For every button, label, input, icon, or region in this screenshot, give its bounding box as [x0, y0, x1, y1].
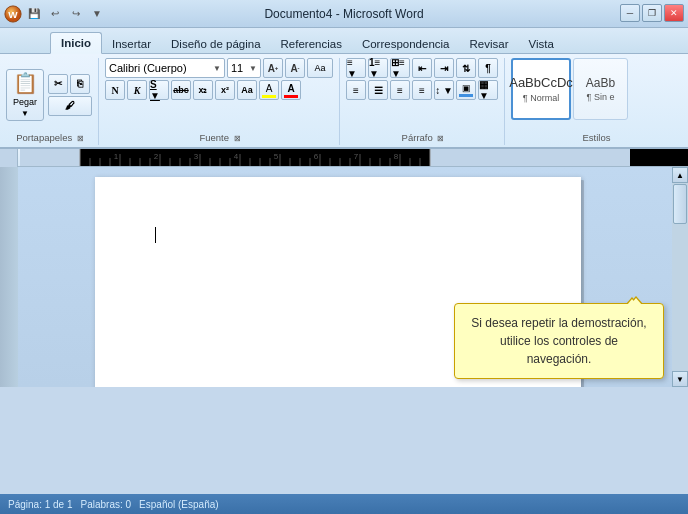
- text-cursor: [155, 227, 156, 243]
- title-bar: W 💾 ↩ ↪ ▼ Documento4 - Microsoft Word ─ …: [0, 0, 688, 28]
- window-title: Documento4 - Microsoft Word: [264, 7, 423, 21]
- bold-button[interactable]: N: [105, 80, 125, 100]
- minimize-button[interactable]: ─: [620, 4, 640, 22]
- restore-button[interactable]: ❐: [642, 4, 662, 22]
- group-clipboard: 📋 Pegar ▼ ✂ ⎘ 🖌 Portapapeles ⊠: [2, 58, 99, 145]
- bullets-btn[interactable]: ≡ ▼: [346, 58, 366, 78]
- paste-dropdown[interactable]: ▼: [21, 109, 29, 118]
- tab-diseno[interactable]: Diseño de página: [161, 34, 271, 53]
- underline-button[interactable]: S ▼: [149, 80, 169, 100]
- style-normal-preview: AaBbCcDc: [509, 75, 573, 91]
- ruler-corner[interactable]: [0, 149, 18, 167]
- tab-correspondencia[interactable]: Correspondencia: [352, 34, 460, 53]
- scroll-thumb[interactable]: [673, 184, 687, 224]
- status-bar: Página: 1 de 1 Palabras: 0 Español (Espa…: [0, 494, 688, 514]
- tab-vista[interactable]: Vista: [519, 34, 564, 53]
- para-row-1: ≡ ▼ 1≡ ▼ ⊞≡ ▼ ⇤ ⇥ ⇅ ¶: [346, 58, 498, 78]
- multilevel-btn[interactable]: ⊞≡ ▼: [390, 58, 410, 78]
- shading-btn[interactable]: ▣: [456, 80, 476, 100]
- quick-access-toolbar: W 💾 ↩ ↪ ▼: [4, 5, 106, 23]
- clipboard-expand[interactable]: ⊠: [77, 134, 84, 143]
- close-button[interactable]: ✕: [664, 4, 684, 22]
- svg-text:7: 7: [354, 152, 359, 161]
- language-status: Español (España): [139, 499, 219, 510]
- tab-revisar[interactable]: Revisar: [460, 34, 519, 53]
- borders-btn[interactable]: ▦ ▼: [478, 80, 498, 100]
- page-status: Página: 1 de 1: [8, 499, 73, 510]
- align-left-btn[interactable]: ≡: [346, 80, 366, 100]
- page-container[interactable]: Si desea repetir la demostración, utilic…: [18, 167, 672, 387]
- scroll-up-btn[interactable]: ▲: [672, 167, 688, 183]
- ribbon-tabs: Inicio Insertar Diseño de página Referen…: [0, 28, 688, 54]
- superscript-button[interactable]: x²: [215, 80, 235, 100]
- copy-button[interactable]: ⎘: [70, 74, 90, 94]
- strikethrough-button[interactable]: abc: [171, 80, 191, 100]
- svg-text:1: 1: [114, 152, 119, 161]
- redo-quick-btn[interactable]: ↪: [67, 5, 85, 23]
- svg-text:W: W: [8, 8, 18, 19]
- ruler-area: 1 2 3 4 5 6 7 8: [0, 149, 688, 167]
- cut-button[interactable]: ✂: [48, 74, 68, 94]
- show-marks-btn[interactable]: ¶: [478, 58, 498, 78]
- clear-format-btn[interactable]: Aa: [307, 58, 333, 78]
- ribbon: 📋 Pegar ▼ ✂ ⎘ 🖌 Portapapeles ⊠: [0, 54, 688, 149]
- style-sin-preview: AaBb: [586, 76, 615, 90]
- svg-text:2: 2: [154, 152, 159, 161]
- svg-rect-3: [20, 149, 80, 166]
- styles-label: Estilos: [507, 132, 686, 143]
- justify-btn[interactable]: ≡: [412, 80, 432, 100]
- group-styles: AaBbCcDc ¶ Normal AaBb ¶ Sin e Estilos: [507, 58, 686, 145]
- horizontal-ruler: 1 2 3 4 5 6 7 8: [18, 149, 688, 166]
- group-paragraph: ≡ ▼ 1≡ ▼ ⊞≡ ▼ ⇤ ⇥ ⇅ ¶ ≡ ☰ ≡ ≡ ↕ ▼ ▣ ▦ ▼: [342, 58, 505, 145]
- font-row-1: Calibri (Cuerpo) ▼ 11 ▼ A+ A- Aa: [105, 58, 333, 78]
- tooltip: Si desea repetir la demostración, utilic…: [454, 303, 664, 379]
- document-area: Si desea repetir la demostración, utilic…: [0, 167, 688, 387]
- svg-text:4: 4: [234, 152, 239, 161]
- align-center-btn[interactable]: ☰: [368, 80, 388, 100]
- tab-referencias[interactable]: Referencias: [271, 34, 352, 53]
- tab-insertar[interactable]: Insertar: [102, 34, 161, 53]
- style-normal-button[interactable]: AaBbCcDc ¶ Normal: [511, 58, 571, 120]
- increase-font-btn[interactable]: A+: [263, 58, 283, 78]
- save-quick-btn[interactable]: 💾: [25, 5, 43, 23]
- svg-text:8: 8: [394, 152, 399, 161]
- font-row-2: N K S ▼ abc x₂ x² Aa A A: [105, 80, 301, 100]
- font-family-selector[interactable]: Calibri (Cuerpo) ▼: [105, 58, 225, 78]
- align-right-btn[interactable]: ≡: [390, 80, 410, 100]
- undo-quick-btn[interactable]: ↩: [46, 5, 64, 23]
- font-expand[interactable]: ⊠: [234, 134, 241, 143]
- decrease-font-btn[interactable]: A-: [285, 58, 305, 78]
- font-family-dropdown-arrow: ▼: [213, 64, 221, 73]
- change-case-button[interactable]: Aa: [237, 80, 257, 100]
- paste-button[interactable]: 📋 Pegar ▼: [6, 69, 44, 121]
- format-painter-button[interactable]: 🖌: [48, 96, 92, 116]
- clipboard-label: Portapapeles ⊠: [2, 132, 98, 143]
- qa-dropdown-btn[interactable]: ▼: [88, 5, 106, 23]
- highlight-button[interactable]: A: [259, 80, 279, 100]
- increase-indent-btn[interactable]: ⇥: [434, 58, 454, 78]
- style-sin-button[interactable]: AaBb ¶ Sin e: [573, 58, 628, 120]
- vertical-scrollbar[interactable]: ▲ ▼: [672, 167, 688, 387]
- left-ruler-area: [0, 167, 18, 387]
- svg-text:6: 6: [314, 152, 319, 161]
- sort-btn[interactable]: ⇅: [456, 58, 476, 78]
- svg-text:5: 5: [274, 152, 279, 161]
- numbering-btn[interactable]: 1≡ ▼: [368, 58, 388, 78]
- words-status: Palabras: 0: [81, 499, 132, 510]
- style-normal-label: ¶ Normal: [523, 93, 559, 103]
- font-label: Fuente ⊠: [101, 132, 339, 143]
- paragraph-expand[interactable]: ⊠: [437, 134, 444, 143]
- subscript-button[interactable]: x₂: [193, 80, 213, 100]
- font-size-selector[interactable]: 11 ▼: [227, 58, 261, 78]
- scroll-down-btn[interactable]: ▼: [672, 371, 688, 387]
- svg-text:3: 3: [194, 152, 199, 161]
- tooltip-text: Si desea repetir la demostración, utilic…: [471, 316, 646, 366]
- decrease-indent-btn[interactable]: ⇤: [412, 58, 432, 78]
- line-spacing-btn[interactable]: ↕ ▼: [434, 80, 454, 100]
- font-size-dropdown-arrow: ▼: [249, 64, 257, 73]
- font-color-button[interactable]: A: [281, 80, 301, 100]
- group-font: Calibri (Cuerpo) ▼ 11 ▼ A+ A- Aa N K S ▼…: [101, 58, 340, 145]
- office-icon[interactable]: W: [4, 5, 22, 23]
- italic-button[interactable]: K: [127, 80, 147, 100]
- tab-inicio[interactable]: Inicio: [50, 32, 102, 54]
